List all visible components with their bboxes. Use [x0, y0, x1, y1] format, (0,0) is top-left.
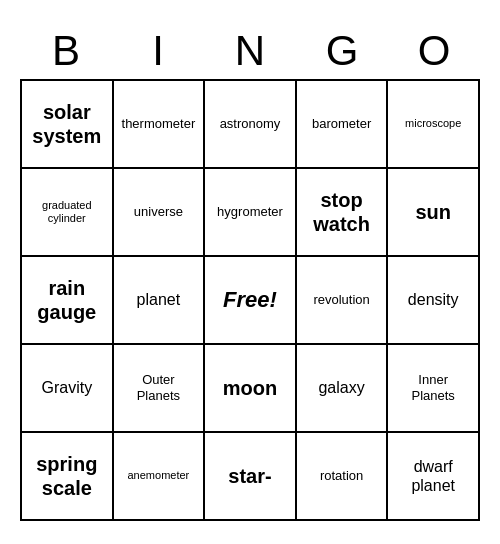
- bingo-cell: star-: [205, 433, 297, 521]
- bingo-card: BINGO solar systemthermometerastronomyba…: [10, 13, 490, 531]
- bingo-header: BINGO: [20, 23, 480, 79]
- bingo-cell: moon: [205, 345, 297, 433]
- bingo-cell: Free!: [205, 257, 297, 345]
- bingo-cell: stop watch: [297, 169, 389, 257]
- bingo-cell: solar system: [22, 81, 114, 169]
- bingo-cell: revolution: [297, 257, 389, 345]
- bingo-cell: thermometer: [114, 81, 206, 169]
- bingo-cell: universe: [114, 169, 206, 257]
- bingo-cell: graduated cylinder: [22, 169, 114, 257]
- bingo-cell: galaxy: [297, 345, 389, 433]
- bingo-cell: anemometer: [114, 433, 206, 521]
- bingo-cell: microscope: [388, 81, 480, 169]
- header-letter: N: [204, 23, 296, 79]
- bingo-cell: rotation: [297, 433, 389, 521]
- bingo-cell: planet: [114, 257, 206, 345]
- header-letter: B: [20, 23, 112, 79]
- bingo-grid: solar systemthermometerastronomybaromete…: [20, 79, 480, 521]
- bingo-cell: Inner Planets: [388, 345, 480, 433]
- bingo-cell: sun: [388, 169, 480, 257]
- bingo-cell: Outer Planets: [114, 345, 206, 433]
- header-letter: I: [112, 23, 204, 79]
- bingo-cell: barometer: [297, 81, 389, 169]
- bingo-cell: density: [388, 257, 480, 345]
- bingo-cell: hygrometer: [205, 169, 297, 257]
- bingo-cell: rain gauge: [22, 257, 114, 345]
- bingo-cell: astronomy: [205, 81, 297, 169]
- bingo-cell: Gravity: [22, 345, 114, 433]
- bingo-cell: spring scale: [22, 433, 114, 521]
- header-letter: G: [296, 23, 388, 79]
- bingo-cell: dwarf planet: [388, 433, 480, 521]
- header-letter: O: [388, 23, 480, 79]
